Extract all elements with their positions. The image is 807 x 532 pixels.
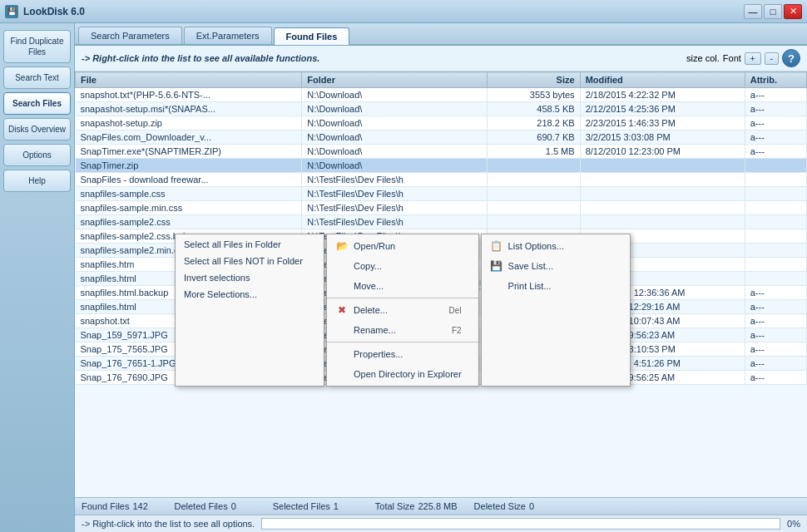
table-cell [745,272,806,286]
menu-delete[interactable]: ✖ Delete... Del [327,300,478,320]
delete-shortcut: Del [433,306,462,315]
table-cell: snapashot-setup.msi*(SNAPAS... [76,102,302,116]
table-cell: 2/18/2015 4:22:32 PM [580,88,745,102]
save-list-icon: 💾 [490,259,503,273]
menu-move[interactable]: Move... [327,276,478,296]
menu-open-run[interactable]: 📂 Open/Run [327,236,478,256]
sidebar-item-options[interactable]: Options [3,144,71,166]
open-dir-icon [335,367,349,381]
menu-copy[interactable]: Copy... [327,256,478,276]
help-button[interactable]: ? [782,49,800,67]
table-cell: snapshot.txt*(PHP-5.6.6-NTS-... [76,88,302,102]
table-row[interactable]: snapshot.txt*(PHP-5.6.6-NTS-...N:\Downlo… [76,88,807,102]
menu-print-list[interactable]: Print List... [482,276,630,296]
menu-select-all-in-folder[interactable]: Select all Files in Folder [176,236,324,253]
menu-save-list[interactable]: 💾 Save List... [482,256,630,276]
table-row[interactable]: SnapTimer.exe*(SNAPTIMER.ZIP)N:\Download… [76,145,807,159]
sidebar-item-help[interactable]: Help [3,170,71,192]
table-cell: N:\TestFiles\Dev Files\h [302,215,488,229]
table-cell [488,215,580,229]
table-row[interactable]: snapfiles-sample.cssN:\TestFiles\Dev Fil… [76,187,807,201]
sidebar-item-disks-overview[interactable]: Disks Overview [3,118,71,140]
sidebar-item-find-duplicate[interactable]: Find Duplicate Files [3,30,71,63]
table-row[interactable]: snapfiles-sample.min.cssN:\TestFiles\Dev… [76,201,807,215]
table-cell: N:\Download\ [302,116,488,131]
found-files-stat: Found Files 142 [82,501,157,511]
context-menu-file-ops: 📂 Open/Run Copy... Move... ✖ Delete. [326,234,479,387]
font-label: Font [723,53,741,63]
app-title: LookDisk 6.0 [23,6,85,17]
table-cell: a--- [745,145,806,159]
table-row[interactable]: snapfiles-sample2.cssN:\TestFiles\Dev Fi… [76,215,807,229]
table-row[interactable]: snapashot-setup.zipN:\Download\218.2 KB2… [76,116,807,131]
table-cell: N:\Download\ [302,159,488,173]
menu-divider-2 [327,342,478,342]
menu-rename[interactable]: Rename... F2 [327,320,478,340]
table-cell: a--- [745,300,806,314]
table-cell [745,159,806,173]
app-icon-glyph: 💾 [7,7,17,16]
table-cell: N:\Download\ [302,88,488,102]
titlebar: 💾 LookDisk 6.0 — □ ✕ [0,0,807,23]
toolbar-info-text: -> Right-click into the list to see all … [82,53,319,63]
table-cell [580,215,745,229]
tab-ext-parameters[interactable]: Ext.Parameters [184,27,272,44]
table-cell [488,201,580,215]
table-cell: N:\Download\ [302,131,488,145]
table-row[interactable]: SnapFiles.com_Downloader_v...N:\Download… [76,131,807,145]
menu-select-not-in-folder[interactable]: Select all Files NOT in Folder [176,253,324,269]
table-cell [580,173,745,187]
menu-list-options[interactable]: 📋 List Options... [482,236,630,256]
context-menu-selection: Select all Files in Folder Select all Fi… [175,234,324,387]
table-cell: snapfiles-sample2.css [76,215,302,229]
close-button[interactable]: ✕ [784,4,802,19]
table-row[interactable]: SnapTimer.zipN:\Download\ [76,159,807,173]
list-options-icon: 📋 [490,239,503,253]
sidebar-item-search-files[interactable]: Search Files [3,92,71,115]
app-icon: 💾 [5,5,18,18]
table-cell: a--- [745,328,806,342]
table-cell: N:\TestFiles\Dev Files\h [302,187,488,201]
font-minus-button[interactable]: - [765,52,779,65]
table-cell: N:\Download\ [302,145,488,159]
rename-icon [335,323,349,337]
open-run-icon: 📂 [335,239,349,253]
context-menu-container: Select all Files in Folder Select all Fi… [175,234,631,387]
table-cell [488,173,580,187]
deleted-files-stat: Deleted Files 0 [174,501,255,511]
total-size-value: 225.8 MB [418,501,457,511]
table-cell [745,215,806,229]
table-cell [580,201,745,215]
minimize-button[interactable]: — [744,4,762,19]
table-cell: 2/12/2015 4:25:36 PM [580,102,745,116]
menu-open-directory[interactable]: Open Directory in Explorer [327,364,478,384]
table-cell [488,187,580,201]
table-cell: a--- [745,314,806,328]
sidebar-item-search-text[interactable]: Search Text [3,66,71,89]
table-cell: a--- [745,116,806,131]
properties-icon [335,347,349,361]
table-cell: SnapTimer.exe*(SNAPTIMER.ZIP) [76,145,302,159]
col-header-size: Size [488,72,580,88]
total-size-stat: Total Size 225.8 MB [375,501,458,511]
selected-files-label: Selected Files [273,501,330,511]
tab-found-files[interactable]: Found Files [274,27,350,45]
menu-invert-selections[interactable]: Invert selections [176,269,324,286]
table-cell: 1.5 MB [488,145,580,159]
progress-percent: 0% [787,519,800,529]
deleted-size-value: 0 [529,501,554,511]
deleted-files-label: Deleted Files [174,501,227,511]
table-row[interactable]: snapashot-setup.msi*(SNAPAS...N:\Downloa… [76,102,807,116]
found-files-value: 142 [132,501,157,511]
tab-search-parameters[interactable]: Search Parameters [78,27,182,44]
statusbar: Found Files 142 Deleted Files 0 Selected… [75,497,807,515]
font-plus-button[interactable]: + [745,52,761,65]
table-row[interactable]: SnapFiles - download freewar...N:\TestFi… [76,173,807,187]
menu-divider-1 [327,298,478,298]
table-cell: 2/23/2015 1:46:33 PM [580,116,745,131]
table-cell: a--- [745,371,806,385]
restore-button[interactable]: □ [764,4,782,19]
move-icon [335,279,349,293]
menu-properties[interactable]: Properties... [327,344,478,364]
menu-more-selections[interactable]: More Selections... [176,286,324,303]
